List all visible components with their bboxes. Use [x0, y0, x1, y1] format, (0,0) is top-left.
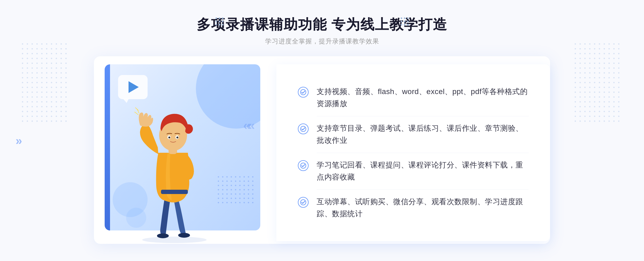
figure-illustration [121, 94, 228, 244]
header-deco-right [400, 17, 413, 27]
feature-text-2: 支持章节目录、弹题考试、课后练习、课后作业、章节测验、批改作业 [317, 122, 529, 147]
svg-line-34 [135, 112, 138, 115]
svg-point-26 [178, 233, 190, 238]
left-chevron-icon: » [16, 134, 20, 147]
feature-text-1: 支持视频、音频、flash、word、excel、ppt、pdf等各种格式的资源… [317, 86, 529, 110]
svg-point-9 [222, 21, 224, 22]
svg-point-5 [219, 17, 220, 19]
divider-2 [317, 153, 529, 153]
svg-rect-36 [161, 190, 188, 194]
header-deco-left [215, 17, 228, 27]
svg-point-25 [157, 233, 169, 238]
svg-line-35 [136, 108, 138, 110]
card-chevron-icon: «« [243, 118, 252, 133]
svg-point-13 [401, 17, 402, 19]
svg-point-11 [219, 24, 220, 25]
svg-point-24 [142, 237, 207, 243]
feature-text-3: 学习笔记回看、课程提问、课程评论打分、课件资料下载，重点内容收藏 [317, 159, 529, 183]
svg-point-31 [169, 137, 170, 139]
illustration-panel: «« [94, 56, 276, 244]
main-content-box: «« [94, 56, 550, 244]
feature-item-1: 支持视频、音频、flash、word、excel、ppt、pdf等各种格式的资源… [298, 81, 529, 114]
svg-point-10 [215, 24, 217, 25]
divider-3 [317, 189, 529, 190]
check-icon-2 [298, 124, 309, 134]
check-icon-1 [298, 87, 309, 98]
play-button-bubble [118, 75, 148, 99]
svg-point-15 [407, 17, 409, 19]
page-container: » [0, 0, 644, 261]
svg-point-7 [215, 21, 217, 22]
feature-item-2: 支持章节目录、弹题考试、课后练习、课后作业、章节测验、批改作业 [298, 118, 529, 151]
subtitle: 学习进度全掌握，提升录播课教学效果 [0, 37, 644, 46]
svg-point-14 [404, 17, 405, 19]
feature-text-4: 互动弹幕、试听购买、微信分享、观看次数限制、学习进度跟踪、数据统计 [317, 196, 529, 220]
svg-point-19 [401, 24, 402, 25]
check-icon-4 [298, 197, 309, 208]
svg-point-17 [404, 21, 405, 22]
svg-point-12 [222, 24, 224, 25]
feature-item-3: 学习笔记回看、课程提问、课程评论打分、课件资料下载，重点内容收藏 [298, 155, 529, 188]
feature-item-4: 互动弹幕、试听购买、微信分享、观看次数限制、学习进度跟踪、数据统计 [298, 192, 529, 224]
header-section: 多项录播课辅助功能 专为线上教学打造 学习进度全掌握，提升录播课教学效果 [0, 0, 644, 56]
svg-point-21 [407, 24, 409, 25]
svg-point-18 [407, 21, 409, 22]
svg-point-4 [215, 17, 217, 19]
main-title: 多项录播课辅助功能 专为线上教学打造 [0, 16, 644, 33]
check-icon-3 [298, 160, 309, 171]
svg-point-32 [177, 137, 178, 139]
svg-point-6 [222, 17, 224, 19]
blue-accent-bar [105, 64, 110, 230]
svg-point-16 [401, 21, 402, 22]
svg-point-8 [219, 21, 220, 22]
svg-point-20 [404, 24, 405, 25]
features-panel: 支持视频、音频、flash、word、excel、ppt、pdf等各种格式的资源… [276, 64, 550, 241]
divider-1 [317, 116, 529, 116]
